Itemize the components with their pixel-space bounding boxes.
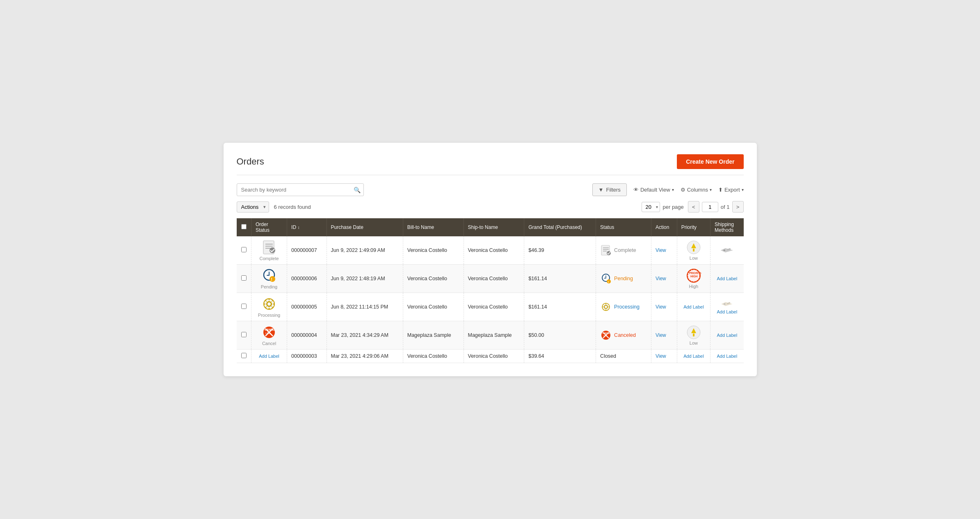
bill-to-cell: Veronica Costello	[403, 350, 464, 363]
svg-point-27	[605, 306, 607, 308]
priority-wrapper: Add Label	[681, 304, 706, 309]
order-status-cell: ! Pending	[251, 265, 287, 293]
row-checkbox-cell	[237, 265, 251, 293]
grand-total-cell: $39.64	[524, 350, 596, 363]
ship-to-name: Veronica Costello	[468, 247, 508, 253]
shipping-add-label-link[interactable]: Add Label	[717, 276, 738, 281]
row-checkbox-cell	[237, 293, 251, 321]
view-link[interactable]: View	[656, 332, 666, 338]
grand-total: $161.14	[528, 304, 547, 310]
export-label: Export	[724, 187, 740, 193]
next-page-button[interactable]: >	[732, 201, 744, 213]
shipping-add-label-link[interactable]: Add Label	[717, 309, 738, 314]
page-number-input[interactable]	[702, 202, 718, 212]
ship-to-cell: Veronica Costello	[464, 350, 524, 363]
row-checkbox[interactable]	[241, 247, 247, 252]
search-input[interactable]	[237, 183, 364, 196]
status-text: Processing	[614, 304, 640, 310]
shipping-wrapper: Add Label	[715, 354, 739, 359]
prev-page-button[interactable]: <	[688, 201, 699, 213]
view-link[interactable]: View	[656, 304, 666, 310]
ship-to-cell: Veronica Costello	[464, 293, 524, 321]
export-icon: ⬆	[718, 187, 723, 193]
priority-wrapper: PRIORITY HIGH High	[681, 268, 706, 289]
page-of: of 1	[721, 204, 730, 210]
page-title: Orders	[237, 156, 264, 167]
default-view-button[interactable]: 👁 Default View ▾	[633, 187, 674, 193]
table-row: ! Pending 000000006 Jun 9, 2022 1:48:19 …	[237, 265, 744, 293]
grand-total: $161.14	[528, 276, 547, 281]
columns-button[interactable]: ⚙ Columns ▾	[681, 187, 712, 193]
grand-total: $46.39	[528, 247, 544, 253]
per-page-select[interactable]: 20 30 50	[642, 202, 660, 212]
order-id: 000000003	[291, 353, 317, 359]
table-row: CANCEL LED Cancel 000000004 Mar 23, 2021…	[237, 321, 744, 350]
per-page-label: per page	[662, 204, 683, 210]
th-ship-to: Ship-to Name	[464, 218, 524, 236]
view-link[interactable]: View	[656, 247, 666, 253]
order-status-wrapper: Complete	[256, 240, 283, 261]
bill-to-name: Mageplaza Sample	[407, 332, 451, 338]
order-id: 000000005	[291, 304, 317, 310]
pagination: < of 1 >	[688, 201, 744, 213]
create-new-order-button[interactable]: Create New Order	[677, 154, 743, 169]
orders-table: OrderStatus ID ↕ Purchase Date Bill-to N…	[237, 218, 744, 363]
grand-total-cell: $161.14	[524, 293, 596, 321]
priority-label: Low	[690, 341, 698, 345]
shipping-wrapper: Add Label	[715, 333, 739, 338]
view-link[interactable]: View	[656, 276, 666, 281]
th-status: Status	[596, 218, 651, 236]
row-checkbox[interactable]	[241, 332, 247, 337]
order-status-wrapper: Processing	[256, 296, 283, 318]
order-id-cell: 000000004	[287, 321, 327, 350]
funnel-icon: ▼	[599, 187, 604, 193]
row-checkbox[interactable]	[241, 275, 247, 281]
bill-to-name: Veronica Costello	[407, 247, 447, 253]
th-id[interactable]: ID ↕	[287, 218, 327, 236]
ship-to-cell: Veronica Costello	[464, 236, 524, 265]
toolbar2-left: Actions 6 records found	[237, 201, 311, 213]
shipping-add-label-link[interactable]: Add Label	[717, 333, 738, 338]
th-action: Action	[651, 218, 677, 236]
order-id: 000000007	[291, 247, 317, 253]
purchase-date: Jun 9, 2022 1:49:09 AM	[331, 247, 385, 253]
row-checkbox[interactable]	[241, 353, 247, 358]
bill-to-cell: Veronica Costello	[403, 236, 464, 265]
shipping-wrapper: Add Label	[715, 276, 739, 281]
order-id-cell: 000000007	[287, 236, 327, 265]
status-text: Complete	[614, 247, 636, 253]
order-id-cell: 000000006	[287, 265, 327, 293]
ship-to-cell: Mageplaza Sample	[464, 321, 524, 350]
chevron-left-icon: <	[692, 204, 695, 210]
status-text: Pending	[614, 276, 633, 281]
purchase-date: Mar 23, 2021 4:34:29 AM	[331, 332, 388, 338]
select-all-checkbox[interactable]	[241, 224, 247, 229]
priority-wrapper: Add Label	[681, 354, 706, 359]
order-id: 000000006	[291, 276, 317, 281]
filters-button[interactable]: ▼ Filters	[592, 183, 627, 196]
row-checkbox[interactable]	[241, 304, 247, 309]
purchase-date-cell: Mar 23, 2021 4:29:06 AM	[327, 350, 403, 363]
order-status-cell: Add Label	[251, 350, 287, 363]
action-cell: View	[651, 321, 677, 350]
export-button[interactable]: ⬆ Export ▾	[718, 187, 744, 193]
shipping-add-label-link[interactable]: Add Label	[717, 354, 738, 359]
view-link[interactable]: View	[656, 353, 666, 359]
order-status-wrapper: ! Pending	[256, 268, 283, 289]
order-status-wrapper: Add Label	[256, 354, 283, 359]
purchase-date: Jun 9, 2022 1:48:19 AM	[331, 276, 385, 281]
shipping-methods-cell: Add Label	[710, 293, 744, 321]
bill-to-cell: Mageplaza Sample	[403, 321, 464, 350]
actions-select[interactable]: Actions	[237, 201, 269, 213]
order-status-label: Pending	[261, 284, 277, 289]
ship-to-name: Mageplaza Sample	[468, 332, 512, 338]
filters-label: Filters	[606, 187, 620, 193]
status-cell: Processing	[596, 293, 651, 321]
shipping-methods-cell	[710, 236, 744, 265]
th-checkbox	[237, 218, 251, 236]
svg-rect-11	[693, 249, 694, 251]
inline-status-wrapper: ! Pending	[600, 273, 647, 284]
search-icon[interactable]: 🔍	[354, 187, 361, 193]
priority-label: High	[689, 284, 699, 289]
page-header: Orders Create New Order	[237, 154, 744, 175]
